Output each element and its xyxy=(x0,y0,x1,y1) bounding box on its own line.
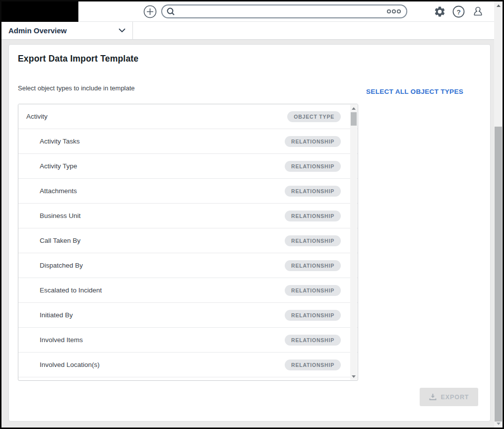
object-type-row[interactable]: Dispatched By RELATIONSHIP xyxy=(18,253,358,278)
object-type-row[interactable]: Activity OBJECT TYPE xyxy=(18,104,358,129)
object-type-row[interactable]: Attachments RELATIONSHIP xyxy=(18,179,358,204)
object-label: Involved Items xyxy=(40,336,285,344)
object-label: Call Taken By xyxy=(40,237,285,244)
export-button-label: EXPORT xyxy=(441,394,469,401)
export-template-card: Export Data Import Template Select objec… xyxy=(8,44,491,422)
chevron-down-icon xyxy=(119,28,126,33)
object-label: Initiated By xyxy=(40,311,285,319)
settings-gear-icon[interactable] xyxy=(434,5,446,18)
select-all-object-types-link[interactable]: SELECT ALL OBJECT TYPES xyxy=(366,88,463,95)
object-label: Activity Type xyxy=(40,162,285,170)
global-search xyxy=(161,4,407,18)
module-selector[interactable]: Admin Overview xyxy=(1,22,133,39)
search-more-icon[interactable] xyxy=(386,9,401,14)
list-scroll-up-icon[interactable] xyxy=(350,105,357,112)
list-scrollbar-thumb[interactable] xyxy=(351,112,357,126)
app-logo xyxy=(1,1,78,22)
search-input[interactable] xyxy=(175,6,386,16)
object-label: Attachments xyxy=(40,187,285,195)
user-account-icon[interactable] xyxy=(472,5,484,18)
object-type-row[interactable]: Activity Type RELATIONSHIP xyxy=(18,154,358,179)
object-badge: RELATIONSHIP xyxy=(285,285,341,296)
help-icon[interactable]: ? xyxy=(452,5,465,18)
page-scrollbar-thumb[interactable] xyxy=(495,127,502,422)
object-type-row[interactable]: Involved Items RELATIONSHIP xyxy=(18,328,358,353)
object-badge: RELATIONSHIP xyxy=(285,359,341,370)
object-type-row[interactable]: Escalated to Incident RELATIONSHIP xyxy=(18,278,358,303)
page-scrollbar[interactable] xyxy=(494,1,503,428)
page-scroll-down-icon[interactable] xyxy=(494,420,503,428)
object-type-list: Activity OBJECT TYPE Activity Tasks RELA… xyxy=(18,104,358,381)
add-icon[interactable] xyxy=(143,5,157,18)
list-scrollbar[interactable] xyxy=(350,105,357,380)
object-badge: RELATIONSHIP xyxy=(285,260,341,271)
object-badge: RELATIONSHIP xyxy=(285,310,341,321)
object-label: Dispatched By xyxy=(40,262,285,269)
instruction-text: Select object types to include in templa… xyxy=(18,84,135,92)
object-badge: RELATIONSHIP xyxy=(285,136,341,147)
object-type-row[interactable]: Involved Location(s) RELATIONSHIP xyxy=(18,353,358,377)
object-type-row[interactable]: Business Unit RELATIONSHIP xyxy=(18,204,358,228)
object-badge: OBJECT TYPE xyxy=(287,111,341,122)
search-icon xyxy=(166,7,175,16)
list-scroll-down-icon[interactable] xyxy=(350,373,357,380)
object-type-row[interactable]: Activity Tasks RELATIONSHIP xyxy=(18,129,358,154)
main-content: Export Data Import Template Select objec… xyxy=(1,40,494,428)
object-type-row[interactable]: Initiated By RELATIONSHIP xyxy=(18,303,358,328)
object-badge: RELATIONSHIP xyxy=(285,186,341,197)
page-scroll-up-icon[interactable] xyxy=(494,1,503,9)
download-icon xyxy=(429,393,437,401)
object-badge: RELATIONSHIP xyxy=(285,335,341,346)
object-badge: RELATIONSHIP xyxy=(285,161,341,172)
object-type-row[interactable]: Call Taken By RELATIONSHIP xyxy=(18,228,358,253)
page-title: Export Data Import Template xyxy=(18,54,138,64)
svg-text:?: ? xyxy=(456,8,460,16)
object-label: Involved Location(s) xyxy=(40,361,285,368)
nav-row: Admin Overview xyxy=(1,22,494,40)
object-label: Activity xyxy=(26,113,287,120)
object-type-rows: Activity OBJECT TYPE Activity Tasks RELA… xyxy=(18,104,358,380)
module-selector-label: Admin Overview xyxy=(8,26,119,35)
object-label: Activity Tasks xyxy=(40,138,285,145)
object-badge: RELATIONSHIP xyxy=(285,235,341,246)
object-label: Business Unit xyxy=(40,212,285,219)
export-button[interactable]: EXPORT xyxy=(420,388,478,406)
object-badge: RELATIONSHIP xyxy=(285,211,341,221)
app-window: ? Admin Overview Export Data Import Temp… xyxy=(0,0,504,429)
object-label: Escalated to Incident xyxy=(40,286,285,294)
topbar: ? xyxy=(1,1,494,22)
